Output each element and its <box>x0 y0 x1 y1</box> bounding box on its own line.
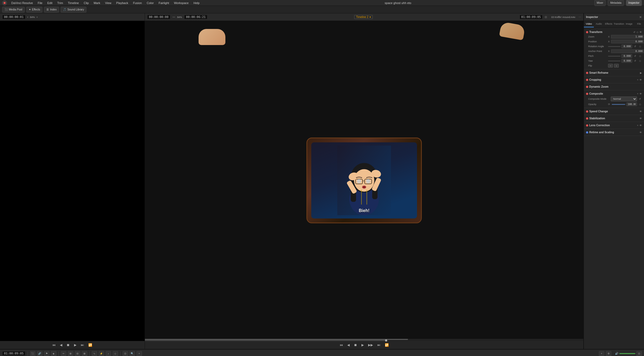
opacity-keyframe-icon[interactable]: ◇ <box>638 102 642 106</box>
inspector-btn[interactable]: Inspector <box>626 0 642 6</box>
lens-correction-header[interactable]: Lens Correction + 👁 <box>584 123 644 128</box>
main-to-start-btn[interactable]: ⏮ <box>339 343 344 347</box>
menu-workspace[interactable]: Workspace <box>172 1 191 5</box>
rotation-reset-icon[interactable]: ↺ <box>633 44 637 48</box>
tl-keyframe-btn[interactable]: ◇ <box>113 351 118 356</box>
media-pool-btn[interactable]: ⬛ Media Pool <box>2 7 25 13</box>
tl-add-track-btn[interactable]: + <box>599 351 604 356</box>
lens-correction-expand-icon[interactable]: + <box>637 124 638 127</box>
index-btn[interactable]: ☰ Index <box>44 7 59 13</box>
tab-video[interactable]: Video <box>584 21 594 27</box>
source-rewind-btn[interactable]: ◀ <box>59 343 63 347</box>
menu-fusion[interactable]: Fusion <box>131 1 144 5</box>
main-timeline-timecode[interactable]: 01:00:09:05 <box>519 15 543 19</box>
menu-trim[interactable]: Trim <box>55 1 65 5</box>
transform-keyframe-icon[interactable]: ◇ <box>636 31 638 34</box>
volume-slider[interactable] <box>619 353 635 354</box>
anchor-x-input[interactable] <box>611 49 644 53</box>
tl-overwrite-btn[interactable]: ⊟ <box>75 351 80 356</box>
tl-zoom-fit-btn[interactable]: ⊡ <box>123 351 128 356</box>
tab-audio[interactable]: Audio <box>594 21 604 27</box>
menu-mark[interactable]: Mark <box>92 1 102 5</box>
pitch-keyframe-icon[interactable]: ◇ <box>638 54 642 58</box>
menu-edit[interactable]: Edit <box>45 1 54 5</box>
tl-speaker-btn[interactable]: ⊡ <box>636 351 642 356</box>
main-rewind-btn[interactable]: ◀ <box>346 343 351 347</box>
composite-header[interactable]: Composite + 👁 <box>584 91 644 96</box>
cropping-header[interactable]: Cropping + 👁 <box>584 77 644 82</box>
source-timecode[interactable]: 00:00:00:01 <box>2 15 25 19</box>
menu-file[interactable]: File <box>36 1 45 5</box>
source-stop-btn[interactable]: ⏹ <box>65 343 71 347</box>
main-timecode-right[interactable]: 00:00:06:21 <box>184 15 207 19</box>
progress-bar[interactable] <box>145 340 583 341</box>
tab-image[interactable]: Image <box>624 21 634 27</box>
speed-change-header[interactable]: Speed Change 👁 <box>584 109 644 114</box>
effects-btn[interactable]: ✦ Effects <box>26 7 42 13</box>
tl-lift-btn[interactable]: ⊠ <box>82 351 87 356</box>
tl-link-btn[interactable]: 🔗 <box>37 351 42 356</box>
speed-change-visibility-icon[interactable]: 👁 <box>639 110 642 113</box>
tab-effects[interactable]: Effects <box>604 21 614 27</box>
main-loop-btn[interactable]: 🔁 <box>384 343 390 347</box>
pitch-input[interactable] <box>621 54 632 58</box>
opacity-slider[interactable] <box>612 104 625 105</box>
retime-scaling-visibility-icon[interactable]: 👁 <box>639 131 642 134</box>
main-to-end-btn[interactable]: ⏭ <box>376 343 382 347</box>
tl-speed-btn[interactable]: ⚡ <box>99 351 104 356</box>
flip-v-btn[interactable]: ↕ <box>614 64 619 68</box>
tab-transition[interactable]: Transition <box>614 21 624 27</box>
menu-timeline[interactable]: Timeline <box>66 1 81 5</box>
stabilization-header[interactable]: Stabilization 👁 <box>584 116 644 121</box>
transform-visibility-icon[interactable]: 👁 <box>639 31 642 34</box>
transform-reset-icon[interactable]: ↺ <box>633 31 635 34</box>
source-play-btn[interactable]: ▶ <box>73 343 78 347</box>
main-forward-btn[interactable]: ▶▶ <box>367 343 374 347</box>
tl-insert-btn[interactable]: ⊞ <box>68 351 73 356</box>
tl-curve-btn[interactable]: ∿ <box>92 351 97 356</box>
zoom-x-input[interactable] <box>611 35 644 39</box>
composite-mode-select[interactable]: Normal <box>611 97 637 101</box>
menu-help[interactable]: Help <box>191 1 202 5</box>
tl-zoom-in-btn[interactable]: + <box>137 351 142 356</box>
stabilization-visibility-icon[interactable]: 👁 <box>639 117 642 120</box>
source-loop-btn[interactable]: 🔁 <box>87 343 93 347</box>
menu-color[interactable]: Color <box>145 1 156 5</box>
yaw-reset-icon[interactable]: ↺ <box>633 59 637 63</box>
sound-library-btn[interactable]: 🎵 Sound Library <box>61 7 86 13</box>
metadata-btn[interactable]: Metadata <box>608 0 624 6</box>
menu-fairlight[interactable]: Fairlight <box>156 1 171 5</box>
pitch-reset-icon[interactable]: ↺ <box>633 54 637 58</box>
cropping-expand-icon[interactable]: + <box>637 79 638 81</box>
yaw-keyframe-icon[interactable]: ◇ <box>638 59 642 63</box>
main-viewer-expand-icon[interactable]: ⊡ <box>545 16 547 18</box>
transform-header[interactable]: Transform ↺ ◇ 👁 <box>584 30 644 34</box>
composite-mode-reset-icon[interactable]: ↺ <box>638 97 642 101</box>
mixer-btn[interactable]: Mixer <box>594 0 606 6</box>
lens-correction-visibility-icon[interactable]: 👁 <box>639 124 642 127</box>
pitch-slider[interactable] <box>608 56 620 57</box>
menu-playback[interactable]: Playback <box>114 1 130 5</box>
tl-mark-btn[interactable]: ◈ <box>51 351 56 356</box>
opacity-reset-icon[interactable]: ⟳ <box>608 103 610 106</box>
opacity-input[interactable] <box>626 102 637 106</box>
menu-davinci[interactable]: DaVinci Resolve <box>9 1 35 5</box>
composite-expand-icon[interactable]: + <box>637 92 638 95</box>
tl-snap-btn[interactable]: ⬛ <box>30 351 35 356</box>
inspector-close-icon[interactable]: ✕ <box>639 15 642 19</box>
tl-settings-icon[interactable]: ⚙ <box>606 351 611 356</box>
position-x-input[interactable] <box>611 40 644 43</box>
rotation-keyframe-icon[interactable]: ◇ <box>638 44 642 48</box>
tl-razor-btn[interactable]: ✂ <box>61 351 66 356</box>
tab-file[interactable]: File <box>634 21 644 27</box>
main-timecode-left[interactable]: 00:00:00:00 <box>147 15 170 19</box>
yaw-input[interactable] <box>621 59 632 63</box>
cropping-visibility-icon[interactable]: 👁 <box>639 79 642 81</box>
menu-clip[interactable]: Clip <box>82 1 91 5</box>
timeline-current-time[interactable]: 01:00:09:05 <box>2 351 25 356</box>
retime-scaling-header[interactable]: Retime and Scaling 👁 <box>584 130 644 135</box>
tl-audio-btn[interactable]: ♪ <box>106 351 111 356</box>
tl-flag-btn[interactable]: ⚑ <box>44 351 49 356</box>
rotation-input[interactable] <box>621 44 632 48</box>
main-play-btn[interactable]: ▶ <box>360 343 365 347</box>
